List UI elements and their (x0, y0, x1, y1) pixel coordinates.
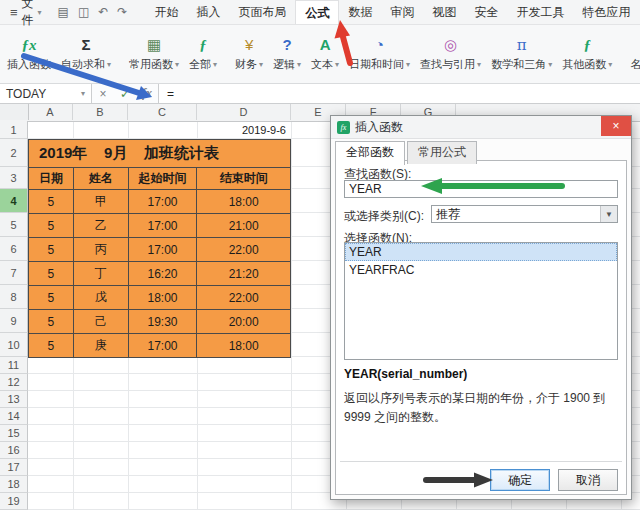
table-cell[interactable]: 庚 (74, 334, 129, 358)
logical-functions-button[interactable]: ? 逻辑▾ (268, 28, 306, 80)
cancel-button[interactable]: 取消 (558, 469, 618, 491)
table-cell[interactable]: 5 (29, 238, 74, 262)
row-header[interactable]: 7 (0, 261, 28, 285)
table-cell[interactable]: 己 (74, 310, 129, 334)
all-functions-button[interactable]: ƒ 全部▾ (184, 28, 222, 80)
table-header-cell[interactable]: 姓名 (74, 168, 129, 190)
table-cell[interactable]: 5 (29, 286, 74, 310)
autosum-button[interactable]: Σ 自动求和▾ (56, 28, 116, 80)
table-cell[interactable]: 17:00 (129, 334, 198, 358)
tab-all-functions[interactable]: 全部函数 (335, 141, 405, 165)
cancel-entry-icon[interactable]: × (92, 87, 114, 101)
table-cell[interactable]: 丙 (74, 238, 129, 262)
file-menu-button[interactable]: ≡ 文件 ▾ (0, 0, 52, 24)
table-cell[interactable]: 戊 (74, 286, 129, 310)
row-header[interactable]: 3 (0, 167, 28, 189)
row-header-active[interactable]: 4 (0, 189, 28, 213)
table-cell[interactable]: 5 (29, 334, 74, 358)
table-header-cell[interactable]: 日期 (29, 168, 74, 190)
name-manager-button[interactable]: ▦ 名称管理器 (625, 28, 640, 80)
row-header[interactable]: 17 (0, 459, 28, 476)
row-header[interactable]: 1 (0, 121, 28, 139)
table-cell[interactable]: 16:20 (129, 262, 198, 286)
math-trig-functions-button[interactable]: π 数学和三角▾ (486, 28, 557, 80)
row-header[interactable]: 14 (0, 408, 28, 425)
column-header-d[interactable]: D (197, 104, 291, 120)
row-header[interactable]: 11 (0, 357, 28, 374)
table-cell[interactable]: 18:00 (197, 334, 291, 358)
row-header[interactable]: 9 (0, 309, 28, 333)
datetime-functions-button[interactable]: ◔ 日期和时间▾ (344, 28, 415, 80)
row-header[interactable]: 6 (0, 237, 28, 261)
table-cell[interactable]: 乙 (74, 214, 129, 238)
row-header[interactable]: 19 (0, 493, 28, 510)
row-header[interactable]: 16 (0, 442, 28, 459)
tab-page-layout[interactable]: 页面布局 (229, 0, 295, 24)
table-title-cell[interactable]: 2019年 9月 加班统计表 (29, 140, 291, 168)
table-cell[interactable]: 17:00 (129, 190, 198, 214)
print-icon[interactable]: ◫ (78, 5, 89, 19)
undo-icon[interactable]: ↶ (98, 5, 108, 19)
table-cell[interactable]: 22:00 (197, 286, 291, 310)
lookup-functions-button[interactable]: ◎ 查找与引用▾ (415, 28, 486, 80)
row-header[interactable]: 5 (0, 213, 28, 237)
search-function-input[interactable] (344, 180, 618, 198)
tab-data[interactable]: 数据 (339, 0, 381, 24)
tab-home[interactable]: 开始 (145, 0, 187, 24)
table-cell[interactable]: 17:00 (129, 214, 198, 238)
tab-insert[interactable]: 插入 (187, 0, 229, 24)
table-header-cell[interactable]: 起始时间 (129, 168, 198, 190)
insert-function-button[interactable]: ƒx 插入函数 (2, 28, 56, 80)
table-cell[interactable]: 5 (29, 310, 74, 334)
row-header[interactable]: 15 (0, 425, 28, 442)
dialog-title-bar[interactable]: fx 插入函数 × (331, 116, 631, 139)
table-cell[interactable]: 19:30 (129, 310, 198, 334)
redo-icon[interactable]: ↷ (117, 5, 127, 19)
other-functions-button[interactable]: ƒ 其他函数▾ (557, 28, 617, 80)
confirm-entry-icon[interactable]: ✓ (114, 87, 136, 101)
category-select[interactable]: 推荐 ▼ (431, 205, 618, 223)
table-cell[interactable]: 21:00 (197, 214, 291, 238)
cell-d1[interactable]: 2019-9-6 (197, 121, 291, 139)
common-functions-button[interactable]: ▦ 常用函数▾ (124, 28, 184, 80)
table-cell[interactable]: 21:20 (197, 262, 291, 286)
table-cell[interactable]: 22:00 (197, 238, 291, 262)
table-cell[interactable]: 甲 (74, 190, 129, 214)
combo-dropdown-icon[interactable]: ▼ (600, 206, 617, 222)
table-cell[interactable]: 5 (29, 214, 74, 238)
row-header[interactable]: 12 (0, 374, 28, 391)
close-icon[interactable]: × (601, 116, 631, 136)
table-cell[interactable]: 20:00 (197, 310, 291, 334)
save-icon[interactable]: ▤ (58, 5, 69, 19)
row-header[interactable]: 18 (0, 476, 28, 493)
tab-review[interactable]: 审阅 (381, 0, 423, 24)
table-header-cell[interactable]: 结束时间 (197, 168, 291, 190)
row-header[interactable]: 13 (0, 391, 28, 408)
function-item-yearfrac[interactable]: YEARFRAC (345, 261, 617, 279)
column-header-a[interactable]: A (28, 104, 73, 120)
row-header[interactable]: 10 (0, 333, 28, 357)
table-cell[interactable]: 5 (29, 262, 74, 286)
name-box[interactable]: TODAY ▾ (0, 84, 92, 103)
insert-function-icon[interactable]: fx (136, 86, 158, 101)
table-cell[interactable]: 18:00 (129, 286, 198, 310)
function-item-year[interactable]: YEAR (345, 243, 617, 261)
row-header[interactable]: 2 (0, 139, 28, 167)
column-header-b[interactable]: B (73, 104, 128, 120)
table-cell[interactable]: 丁 (74, 262, 129, 286)
formula-input[interactable]: = (159, 84, 640, 103)
tab-developer[interactable]: 开发工具 (507, 0, 573, 24)
tab-common-formulas[interactable]: 常用公式 (407, 141, 477, 164)
column-header-c[interactable]: C (128, 104, 197, 120)
ok-button[interactable]: 确定 (490, 469, 550, 491)
tab-formulas[interactable]: 公式 (295, 0, 339, 24)
tab-view[interactable]: 视图 (423, 0, 465, 24)
table-cell[interactable]: 5 (29, 190, 74, 214)
table-cell[interactable]: 17:00 (129, 238, 198, 262)
tab-security[interactable]: 安全 (465, 0, 507, 24)
tab-special-features[interactable]: 特色应用 (573, 0, 639, 24)
table-cell[interactable]: 18:00 (197, 190, 291, 214)
financial-functions-button[interactable]: ¥ 财务▾ (230, 28, 268, 80)
row-header[interactable]: 8 (0, 285, 28, 309)
text-functions-button[interactable]: A 文本▾ (306, 28, 344, 80)
